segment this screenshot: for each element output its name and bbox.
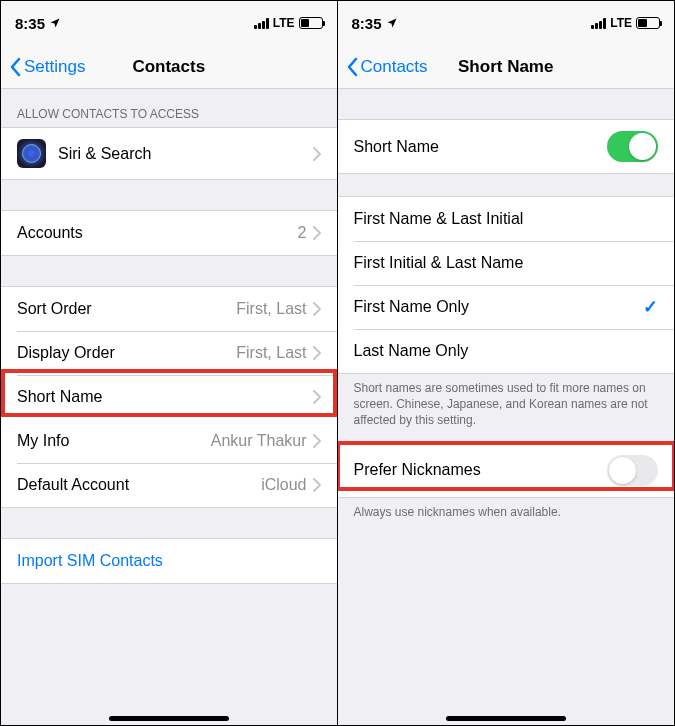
row-value: iCloud bbox=[261, 476, 306, 494]
row-label: Short Name bbox=[354, 138, 608, 156]
section-footer: Always use nicknames when available. bbox=[338, 498, 675, 528]
sort-order-row[interactable]: Sort Order First, Last bbox=[1, 287, 337, 331]
nav-bar: Contacts Short Name bbox=[338, 45, 675, 89]
content-scroll[interactable]: Short Name First Name & Last Initial Fir… bbox=[338, 89, 675, 726]
option-first-initial-last[interactable]: First Initial & Last Name bbox=[338, 241, 675, 285]
battery-icon bbox=[636, 17, 660, 29]
nav-bar: Settings Contacts bbox=[1, 45, 337, 89]
row-label: Prefer Nicknames bbox=[354, 461, 608, 479]
checkmark-icon: ✓ bbox=[643, 296, 658, 318]
row-label: First Initial & Last Name bbox=[354, 254, 659, 272]
row-label: Display Order bbox=[17, 344, 236, 362]
back-button[interactable]: Settings bbox=[1, 57, 85, 77]
prefer-nicknames-toggle[interactable] bbox=[607, 455, 658, 486]
option-last-name-only[interactable]: Last Name Only bbox=[338, 329, 675, 373]
siri-icon bbox=[17, 139, 46, 168]
chevron-right-icon bbox=[313, 147, 321, 161]
chevron-right-icon bbox=[313, 226, 321, 240]
display-order-row[interactable]: Display Order First, Last bbox=[1, 331, 337, 375]
status-bar: 8:35 LTE bbox=[338, 1, 675, 45]
back-label: Contacts bbox=[361, 57, 428, 77]
row-label: Siri & Search bbox=[58, 145, 313, 163]
section-header: ALLOW CONTACTS TO ACCESS bbox=[1, 89, 337, 127]
row-label: Short Name bbox=[17, 388, 313, 406]
status-time: 8:35 bbox=[15, 15, 45, 32]
row-value: 2 bbox=[298, 224, 307, 242]
home-indicator[interactable] bbox=[446, 716, 566, 721]
import-sim-row[interactable]: Import SIM Contacts bbox=[1, 539, 337, 583]
signal-icon bbox=[254, 18, 269, 29]
accounts-row[interactable]: Accounts 2 bbox=[1, 211, 337, 255]
row-label: Default Account bbox=[17, 476, 261, 494]
section-footer: Short names are sometimes used to fit mo… bbox=[338, 374, 675, 437]
row-label: Sort Order bbox=[17, 300, 236, 318]
my-info-row[interactable]: My Info Ankur Thakur bbox=[1, 419, 337, 463]
siri-search-row[interactable]: Siri & Search bbox=[1, 128, 337, 179]
chevron-left-icon bbox=[9, 57, 21, 77]
row-label: Import SIM Contacts bbox=[17, 552, 321, 570]
home-indicator[interactable] bbox=[109, 716, 229, 721]
back-label: Settings bbox=[24, 57, 85, 77]
battery-icon bbox=[299, 17, 323, 29]
short-name-row[interactable]: Short Name bbox=[1, 375, 337, 419]
chevron-right-icon bbox=[313, 390, 321, 404]
chevron-right-icon bbox=[313, 478, 321, 492]
content-scroll[interactable]: ALLOW CONTACTS TO ACCESS Siri & Search A… bbox=[1, 89, 337, 726]
location-icon bbox=[386, 15, 398, 32]
status-time: 8:35 bbox=[352, 15, 382, 32]
row-value: First, Last bbox=[236, 300, 306, 318]
chevron-right-icon bbox=[313, 434, 321, 448]
short-name-toggle[interactable] bbox=[607, 131, 658, 162]
default-account-row[interactable]: Default Account iCloud bbox=[1, 463, 337, 507]
chevron-right-icon bbox=[313, 346, 321, 360]
status-bar: 8:35 LTE bbox=[1, 1, 337, 45]
row-value: First, Last bbox=[236, 344, 306, 362]
row-label: Last Name Only bbox=[354, 342, 659, 360]
screen-contacts-settings: 8:35 LTE Settings Contacts ALLOW CONTACT… bbox=[1, 1, 338, 726]
location-icon bbox=[49, 15, 61, 32]
chevron-right-icon bbox=[313, 302, 321, 316]
row-value: Ankur Thakur bbox=[211, 432, 307, 450]
short-name-toggle-row[interactable]: Short Name bbox=[338, 120, 675, 173]
row-label: First Name Only bbox=[354, 298, 644, 316]
row-label: My Info bbox=[17, 432, 211, 450]
back-button[interactable]: Contacts bbox=[338, 57, 428, 77]
option-first-name-only[interactable]: First Name Only ✓ bbox=[338, 285, 675, 329]
chevron-left-icon bbox=[346, 57, 358, 77]
network-label: LTE bbox=[610, 16, 632, 30]
option-first-last-initial[interactable]: First Name & Last Initial bbox=[338, 197, 675, 241]
prefer-nicknames-row[interactable]: Prefer Nicknames bbox=[338, 444, 675, 497]
row-label: Accounts bbox=[17, 224, 298, 242]
network-label: LTE bbox=[273, 16, 295, 30]
screen-short-name: 8:35 LTE Contacts Short Name Short Name bbox=[338, 1, 675, 726]
signal-icon bbox=[591, 18, 606, 29]
row-label: First Name & Last Initial bbox=[354, 210, 659, 228]
